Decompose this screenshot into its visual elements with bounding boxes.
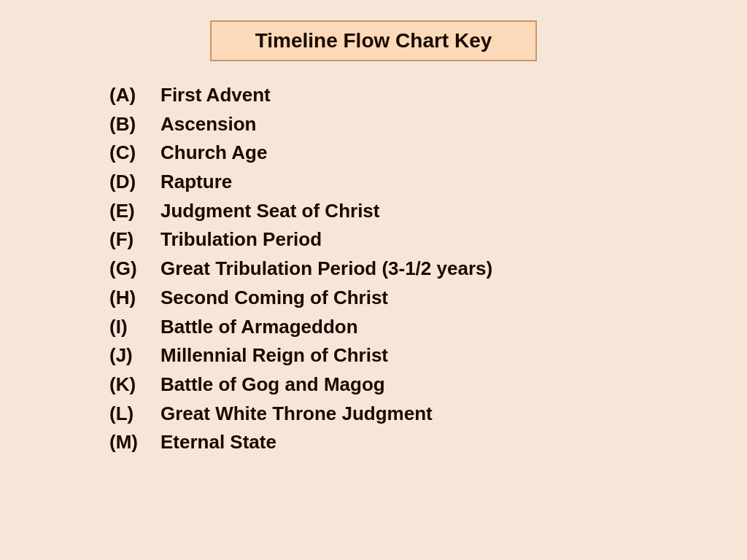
key-label: Rapture [160, 168, 725, 196]
key-letter: (D) [109, 168, 160, 196]
key-letter: (C) [109, 139, 160, 167]
title-box: Timeline Flow Chart Key [210, 20, 538, 61]
key-letter: (I) [109, 314, 160, 341]
key-letter: (B) [109, 111, 160, 139]
key-label: Great White Throne Judgment [160, 400, 725, 428]
key-letter: (L) [109, 400, 160, 428]
key-label: Judgment Seat of Christ [160, 198, 725, 225]
key-label: Church Age [160, 139, 725, 167]
list-item: (K)Battle of Gog and Magog [109, 371, 725, 399]
key-label: Eternal State [160, 429, 725, 456]
key-letter: (E) [109, 198, 160, 225]
key-label: Tribulation Period [160, 226, 725, 254]
key-label: Second Coming of Christ [160, 284, 725, 312]
list-item: (G)Great Tribulation Period (3-1/2 years… [109, 255, 725, 283]
page-title: Timeline Flow Chart Key [255, 29, 492, 52]
key-letter: (A) [109, 82, 160, 109]
key-letter: (M) [109, 429, 160, 456]
list-item: (D)Rapture [109, 168, 725, 196]
list-item: (J)Millennial Reign of Christ [109, 342, 725, 370]
list-item: (E)Judgment Seat of Christ [109, 198, 725, 225]
key-letter: (F) [109, 226, 160, 254]
list-item: (H)Second Coming of Christ [109, 284, 725, 312]
key-letter: (H) [109, 284, 160, 312]
list-item: (I)Battle of Armageddon [109, 314, 725, 341]
key-letter: (J) [109, 342, 160, 370]
key-label: Battle of Gog and Magog [160, 371, 725, 399]
key-label: Battle of Armageddon [160, 314, 725, 341]
key-label: Millennial Reign of Christ [160, 342, 725, 370]
list-item: (M)Eternal State [109, 429, 725, 456]
key-letter: (K) [109, 371, 160, 399]
key-list: (A)First Advent(B)Ascension(C)Church Age… [22, 82, 725, 456]
key-label: Great Tribulation Period (3-1/2 years) [160, 255, 725, 283]
key-label: First Advent [160, 82, 725, 109]
list-item: (B)Ascension [109, 111, 725, 139]
list-item: (A)First Advent [109, 82, 725, 109]
key-letter: (G) [109, 255, 160, 283]
list-item: (F)Tribulation Period [109, 226, 725, 254]
key-label: Ascension [160, 111, 725, 139]
list-item: (C)Church Age [109, 139, 725, 167]
list-item: (L)Great White Throne Judgment [109, 400, 725, 428]
